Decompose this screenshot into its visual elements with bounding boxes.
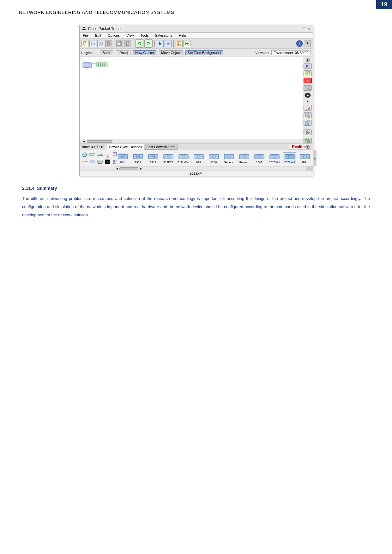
device-2901[interactable]: 2901 — [131, 153, 145, 164]
device-generic-1[interactable]: Generic — [222, 153, 236, 164]
info-button[interactable]: i — [296, 40, 303, 47]
category-switch[interactable] — [89, 152, 95, 158]
move-tool-button[interactable] — [165, 40, 172, 47]
cisco-titlebar-controls[interactable]: — □ × — [296, 26, 310, 31]
down-tool[interactable] — [304, 138, 312, 143]
device-1240[interactable]: 1240 — [207, 153, 220, 164]
open-file-button[interactable] — [89, 40, 96, 47]
device-img-2901 — [133, 153, 143, 161]
scroll-up-button[interactable]: ▲ — [306, 58, 310, 62]
device-scroll-left[interactable]: ◄ — [116, 167, 118, 170]
menu-help[interactable]: Help — [178, 33, 187, 38]
svg-point-59 — [81, 161, 83, 163]
help-button[interactable]: ? — [304, 40, 311, 47]
svg-rect-12 — [177, 42, 181, 45]
category-cloud[interactable] — [89, 159, 95, 165]
category-custom[interactable]: ⚙ — [104, 159, 111, 165]
inspect-small-tool[interactable] — [304, 112, 312, 118]
menu-edit[interactable]: Edit — [94, 33, 102, 38]
network-table-button[interactable] — [176, 40, 183, 47]
page-number: 19 — [376, 0, 392, 9]
device-829[interactable]: 829 — [192, 153, 205, 164]
paste-button[interactable] — [124, 40, 131, 47]
svg-rect-11 — [127, 42, 128, 43]
redo-button[interactable] — [144, 39, 153, 48]
zoom-tool[interactable]: 🔍 — [304, 85, 312, 91]
scroll-down-button[interactable]: ▼ — [306, 145, 310, 149]
svg-rect-34 — [307, 121, 310, 123]
shape-dropdown[interactable]: ▼ — [304, 100, 311, 103]
shape-tool[interactable]: ● — [305, 93, 311, 98]
menu-extensions[interactable]: Extensions — [154, 33, 173, 38]
device-generic-2[interactable]: Generic — [238, 153, 251, 164]
category-wireless[interactable] — [104, 152, 111, 158]
menu-tools[interactable]: Tools — [140, 33, 150, 38]
note-tool[interactable] — [304, 70, 312, 76]
canvas-device-2[interactable] — [96, 60, 109, 69]
category-hub[interactable] — [97, 152, 103, 158]
pointer-tool-button[interactable] — [157, 40, 164, 47]
svg-rect-1 — [85, 42, 86, 42]
set-tiled-background-button[interactable]: Set Tiled Background — [185, 50, 223, 55]
svg-rect-3 — [100, 42, 101, 43]
device-2620xm[interactable]: 2620XM — [268, 153, 281, 164]
device-category-row-1 — [81, 152, 112, 158]
hscroll-left-button[interactable]: ◄ — [81, 140, 87, 143]
bottom-tool[interactable] — [304, 129, 312, 135]
device-img-1240 — [209, 153, 219, 161]
save-file-button[interactable] — [97, 40, 104, 47]
svg-rect-7 — [108, 44, 110, 45]
inspect-large-tool[interactable] — [304, 120, 312, 126]
device-label-2620xm: 2620XM — [269, 161, 280, 164]
minimize-button[interactable]: — — [296, 26, 300, 31]
device-scroll-right[interactable]: ► — [140, 167, 142, 170]
device-hscrollbar[interactable]: ◄ ► — [114, 166, 306, 171]
device-label-819iox: 819IOX — [163, 161, 173, 164]
device-label-2811: 2811 — [301, 161, 308, 164]
maximize-button[interactable]: □ — [303, 26, 305, 31]
back-button[interactable]: Back — [100, 50, 113, 55]
print-button[interactable] — [105, 40, 112, 47]
device-819hgw[interactable]: 819HGW — [177, 153, 190, 164]
cisco-window: 🖧 Cisco Packet Tracer — □ × File Edit Op… — [79, 25, 313, 176]
close-button[interactable]: × — [308, 26, 310, 31]
device-label-1841: 1841 — [256, 161, 262, 164]
menu-view[interactable]: View — [125, 33, 135, 38]
hscroll-thumb[interactable] — [87, 140, 112, 143]
menu-options[interactable]: Options — [107, 33, 121, 38]
move-object-button[interactable]: Move Object — [159, 50, 183, 55]
undo-button[interactable] — [135, 39, 143, 48]
copy-button[interactable] — [116, 40, 123, 47]
canvas-device-1[interactable] — [82, 60, 93, 72]
select-tool[interactable] — [304, 63, 312, 69]
device-1941[interactable]: 1941 — [116, 153, 130, 164]
power-cycle-tab[interactable]: Power Cycle Devices — [107, 144, 144, 150]
device-panel-wrapper: WAN ⚙ — [80, 150, 313, 166]
canvas-main[interactable] — [80, 57, 303, 139]
dashed-rect-tool[interactable] — [304, 105, 312, 111]
device-label-generic-2: Generic — [239, 161, 249, 164]
device-label-1941: 1941 — [119, 161, 126, 164]
device-1841[interactable]: 1841 — [253, 153, 266, 164]
category-wan[interactable]: WAN — [97, 159, 103, 165]
device-label-2911: 2911 — [150, 161, 156, 164]
svg-text:WAN: WAN — [97, 161, 102, 163]
device-2811[interactable]: 2811 — [298, 153, 311, 164]
new-cluster-button[interactable]: New Cluster — [133, 50, 156, 55]
device-2911[interactable]: 2911 — [147, 153, 160, 164]
delete-tool[interactable]: ✕ — [304, 78, 312, 83]
device-label-generic-1: Generic — [224, 161, 234, 164]
right-scroll-spacer — [306, 166, 313, 171]
fast-forward-button[interactable] — [184, 40, 190, 47]
category-connection[interactable] — [81, 159, 88, 165]
menu-file[interactable]: File — [82, 33, 90, 38]
canvas-hscrollbar[interactable]: ◄ ► — [80, 139, 313, 143]
device-2621xm[interactable]: 2621XM — [283, 152, 296, 164]
scrollbar-spacer — [80, 166, 114, 171]
fast-forward-tab[interactable]: Fast Forward Time — [144, 144, 178, 150]
device-819iox[interactable]: 819IOX — [162, 153, 175, 164]
category-router[interactable] — [81, 152, 88, 158]
new-file-button[interactable] — [81, 40, 88, 47]
device-scroll-thumb[interactable] — [119, 167, 138, 170]
viewport-label: Viewport — [255, 51, 269, 55]
